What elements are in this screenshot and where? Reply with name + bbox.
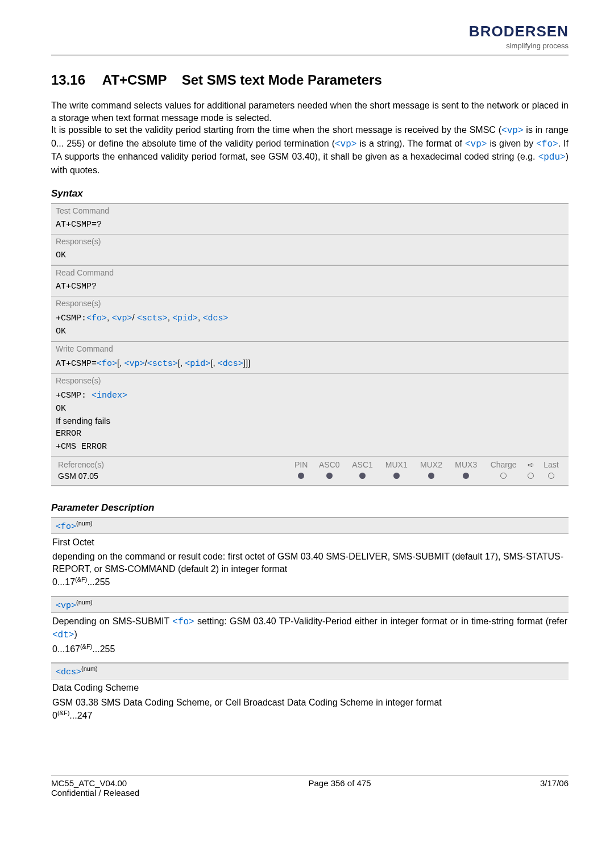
syntax-header: Syntax	[51, 188, 569, 199]
brand-logo: BRODERSEN	[469, 23, 569, 40]
param-fo-sup: (num)	[76, 520, 93, 527]
col-ring: ➪	[524, 459, 538, 470]
write-pid: <pid>	[185, 359, 210, 369]
col-mux1: MUX1	[379, 459, 414, 470]
intro-paragraph: The write command selects values for add…	[51, 99, 569, 177]
intro-text: is a string). The format of	[356, 139, 465, 148]
param-fo-title: First Octet	[51, 534, 569, 549]
read-command: AT+CSMP?	[51, 279, 569, 296]
dot-charge	[483, 470, 523, 482]
param-fo-desc: depending on the command or result code:…	[51, 548, 569, 575]
filled-dot-icon	[393, 473, 400, 479]
resp-dcs: <dcs>	[202, 314, 228, 323]
param-dcs-title: Data Coding Scheme	[51, 679, 569, 694]
resp-vp: <vp>	[111, 314, 132, 323]
dot-ring	[524, 470, 538, 482]
test-response: OK	[51, 248, 569, 265]
col-mux2: MUX2	[414, 459, 449, 470]
dot-mux2	[414, 470, 449, 482]
section-title: 13.16 AT+CSMP Set SMS text Mode Paramete…	[51, 72, 569, 88]
reference-row: Reference(s) PIN ASC0 ASC1 MUX1 MUX2 MUX…	[51, 456, 569, 486]
filled-dot-icon	[298, 473, 304, 479]
responses-label: Response(s)	[51, 373, 569, 387]
wresp-cmserror: +CMS ERROR	[56, 442, 107, 452]
range-sup: (&F)	[80, 643, 92, 650]
wresp-error: ERROR	[56, 429, 81, 439]
write-prefix: AT+CSMP=	[56, 359, 97, 369]
dot-last	[538, 470, 564, 482]
param-pdu-inline: <pdu>	[538, 152, 566, 162]
range-sup: (&F)	[75, 576, 87, 583]
bell-icon: ➪	[528, 460, 534, 469]
col-asc0: ASC0	[313, 459, 346, 470]
page-footer: MC55_ATC_V04.00 Confidential / Released …	[51, 778, 569, 798]
ref-header: Reference(s)	[56, 459, 289, 470]
section-command: AT+CSMP	[102, 72, 167, 87]
range-a: 0	[52, 711, 57, 721]
range-b: ...255	[92, 644, 115, 654]
resp-sep: /	[132, 312, 136, 322]
filled-dot-icon	[428, 473, 434, 479]
vp-desc-dt: <dt>	[52, 630, 74, 640]
dot-asc0	[313, 470, 346, 482]
param-vp-inline: <vp>	[465, 139, 487, 149]
intro-text: is given by	[487, 139, 536, 148]
read-response: +CSMP:<fo>, <vp>/ <scts>, <pid>, <dcs> O…	[51, 310, 569, 341]
vp-desc-c: )	[74, 629, 77, 639]
range-sup: (&F)	[57, 710, 69, 716]
col-mux3: MUX3	[449, 459, 483, 470]
col-pin: PIN	[289, 459, 313, 470]
range-b: ...247	[69, 711, 92, 721]
test-command-label: Test Command	[51, 203, 569, 218]
test-command: AT+CSMP=?	[51, 218, 569, 234]
footer-page: Page 356 of 475	[308, 778, 371, 798]
param-vp-tag: <vp>	[56, 601, 76, 611]
vp-desc-fo: <fo>	[172, 617, 194, 627]
responses-label: Response(s)	[51, 296, 569, 310]
param-vp-inline: <vp>	[335, 139, 356, 149]
section-number: 13.16	[51, 72, 85, 87]
param-vp-desc: Depending on SMS-SUBMIT <fo> setting: GS…	[51, 613, 569, 642]
brand-tagline: simplifying process	[469, 41, 569, 50]
wresp-ok: OK	[56, 404, 66, 414]
write-response: +CSMP: <index> OK If sending fails ERROR…	[51, 387, 569, 456]
filled-dot-icon	[326, 473, 333, 479]
section-name: Set SMS text Mode Parameters	[182, 72, 382, 87]
param-dcs-sup: (num)	[81, 665, 98, 672]
filled-dot-icon	[359, 473, 366, 479]
resp-ok: OK	[56, 327, 66, 336]
wresp-prefix: +CSMP:	[56, 391, 92, 400]
filled-dot-icon	[463, 473, 469, 479]
dot-asc1	[346, 470, 379, 482]
param-vp-sup: (num)	[76, 599, 93, 606]
param-fo-range: 0...17(&F)...255	[51, 575, 569, 593]
param-fo-box: <fo>(num)	[51, 517, 569, 534]
col-charge: Charge	[483, 459, 523, 470]
write-command-label: Write Command	[51, 341, 569, 356]
footer-divider	[51, 775, 569, 776]
resp-sep: ,	[168, 312, 172, 322]
col-last: Last	[538, 459, 564, 470]
reference-table: Reference(s) PIN ASC0 ASC1 MUX1 MUX2 MUX…	[56, 459, 564, 482]
intro-text: It is possible to set the validity perio…	[51, 125, 501, 135]
read-command-label: Read Command	[51, 265, 569, 279]
param-dcs-tag: <dcs>	[56, 667, 81, 677]
write-fo: <fo>	[97, 359, 117, 369]
write-sep: [,	[117, 358, 125, 368]
write-vp: <vp>	[125, 359, 145, 369]
param-vp-box: <vp>(num)	[51, 596, 569, 613]
dot-mux3	[449, 470, 483, 482]
dot-mux1	[379, 470, 414, 482]
param-dcs-desc: GSM 03.38 SMS Data Coding Scheme, or Cel…	[51, 694, 569, 709]
param-dcs-range: 0(&F)...247	[51, 708, 569, 727]
wresp-index: <index>	[92, 391, 127, 400]
footer-doc-id: MC55_ATC_V04.00	[51, 778, 139, 788]
col-asc1: ASC1	[346, 459, 379, 470]
write-command: AT+CSMP=<fo>[, <vp>/<scts>[, <pid>[, <dc…	[51, 356, 569, 373]
param-fo-inline: <fo>	[536, 139, 558, 149]
responses-label: Response(s)	[51, 234, 569, 248]
wresp-fail: If sending fails	[56, 416, 110, 425]
header-divider	[51, 55, 569, 56]
param-fo-tag: <fo>	[56, 522, 76, 532]
param-vp-range: 0...167(&F)...255	[51, 642, 569, 660]
